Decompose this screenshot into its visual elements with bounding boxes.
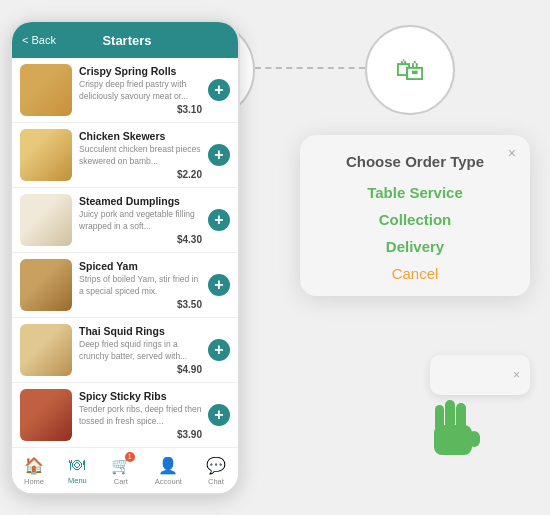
mini-close-button[interactable]: × (513, 368, 520, 382)
menu-item-desc: Tender pork ribs, deep fried then tossed… (79, 404, 202, 426)
menu-item-desc: Strips of boiled Yam, stir fried in a sp… (79, 274, 202, 296)
modal-option-delivery[interactable]: Delivery (318, 238, 512, 255)
menu-item-name: Steamed Dumplings (79, 195, 202, 207)
hand-cursor-icon (422, 395, 482, 477)
nav-icon: 💬 (206, 456, 226, 475)
modal-option-cancel[interactable]: Cancel (318, 265, 512, 282)
svg-rect-2 (456, 403, 466, 431)
menu-item-image (20, 259, 72, 311)
menu-item: Thai Squid Rings Deep fried squid rings … (12, 318, 238, 383)
menu-item-desc: Crispy deep fried pastry with deliciousl… (79, 79, 202, 101)
modal-option-collection[interactable]: Collection (318, 211, 512, 228)
menu-item: Steamed Dumplings Juicy pork and vegetab… (12, 188, 238, 253)
menu-item-price: $4.90 (177, 364, 202, 375)
menu-item-desc: Succulent chicken breast pieces skewered… (79, 144, 202, 166)
menu-item-info: Spicy Sticky Ribs Tender pork ribs, deep… (79, 390, 202, 439)
bag-icon: 🛍 (395, 53, 425, 87)
menu-item-name: Spicy Sticky Ribs (79, 390, 202, 402)
page-title: Starters (56, 33, 198, 48)
menu-item-image (20, 64, 72, 116)
menu-item-info: Crispy Spring Rolls Crispy deep fried pa… (79, 65, 202, 114)
nav-item-home[interactable]: 🏠 Home (24, 456, 44, 486)
nav-label: Menu (68, 476, 87, 485)
menu-item-price: $4.30 (177, 234, 202, 245)
menu-item-name: Thai Squid Rings (79, 325, 202, 337)
phone-frame: < Back Starters Crispy Spring Rolls Cris… (10, 20, 240, 495)
menu-item: Spicy Sticky Ribs Tender pork ribs, deep… (12, 383, 238, 447)
menu-item: Spiced Yam Strips of boiled Yam, stir fr… (12, 253, 238, 318)
add-item-button[interactable]: + (208, 144, 230, 166)
nav-item-chat[interactable]: 💬 Chat (206, 456, 226, 486)
add-item-button[interactable]: + (208, 339, 230, 361)
nav-icon: 🍽 (69, 456, 85, 474)
menu-item-image (20, 389, 72, 441)
circle-bag: 🛍 (365, 25, 455, 115)
add-item-button[interactable]: + (208, 209, 230, 231)
nav-label: Home (24, 477, 44, 486)
nav-item-account[interactable]: 👤 Account (155, 456, 182, 486)
back-button[interactable]: < Back (22, 34, 56, 46)
menu-item-image (20, 129, 72, 181)
menu-item-price: $3.90 (177, 429, 202, 440)
nav-item-cart[interactable]: 🛒1 Cart (111, 456, 131, 486)
add-item-button[interactable]: + (208, 404, 230, 426)
svg-rect-4 (435, 405, 444, 431)
add-item-button[interactable]: + (208, 274, 230, 296)
nav-icon: 👤 (158, 456, 178, 475)
modal-options-list: Table ServiceCollectionDeliveryCancel (318, 184, 512, 282)
nav-label: Account (155, 477, 182, 486)
menu-item-info: Steamed Dumplings Juicy pork and vegetab… (79, 195, 202, 244)
modal-option-table-service[interactable]: Table Service (318, 184, 512, 201)
menu-list: Crispy Spring Rolls Crispy deep fried pa… (12, 58, 238, 447)
cart-badge: 1 (125, 452, 135, 462)
menu-item-desc: Juicy pork and vegetable filling wrapped… (79, 209, 202, 231)
order-type-modal: × Choose Order Type Table ServiceCollect… (300, 135, 530, 296)
add-item-button[interactable]: + (208, 79, 230, 101)
mini-modal-card: × (430, 355, 530, 395)
nav-icon: 🏠 (24, 456, 44, 475)
menu-item-desc: Deep fried squid rings in a crunchy batt… (79, 339, 202, 361)
menu-item-info: Thai Squid Rings Deep fried squid rings … (79, 325, 202, 374)
menu-item: Crispy Spring Rolls Crispy deep fried pa… (12, 58, 238, 123)
phone-header: < Back Starters (12, 22, 238, 58)
menu-item-price: $2.20 (177, 169, 202, 180)
nav-label: Cart (114, 477, 128, 486)
nav-icon: 🛒1 (111, 456, 131, 475)
menu-item-price: $3.50 (177, 299, 202, 310)
menu-item-name: Spiced Yam (79, 260, 202, 272)
menu-item-info: Chicken Skewers Succulent chicken breast… (79, 130, 202, 179)
dashed-connector (255, 67, 365, 69)
menu-item-image (20, 324, 72, 376)
menu-item-name: Chicken Skewers (79, 130, 202, 142)
menu-item-price: $3.10 (177, 104, 202, 115)
modal-close-button[interactable]: × (508, 145, 516, 161)
nav-label: Chat (208, 477, 224, 486)
svg-rect-1 (468, 431, 480, 447)
modal-title: Choose Order Type (318, 153, 512, 170)
nav-item-menu[interactable]: 🍽 Menu (68, 456, 87, 485)
menu-item-image (20, 194, 72, 246)
menu-item: Chicken Skewers Succulent chicken breast… (12, 123, 238, 188)
svg-rect-3 (445, 400, 455, 428)
menu-item-info: Spiced Yam Strips of boiled Yam, stir fr… (79, 260, 202, 309)
menu-item-name: Crispy Spring Rolls (79, 65, 202, 77)
bottom-nav: 🏠 Home 🍽 Menu 🛒1 Cart 👤 Account 💬 Chat (12, 447, 238, 493)
